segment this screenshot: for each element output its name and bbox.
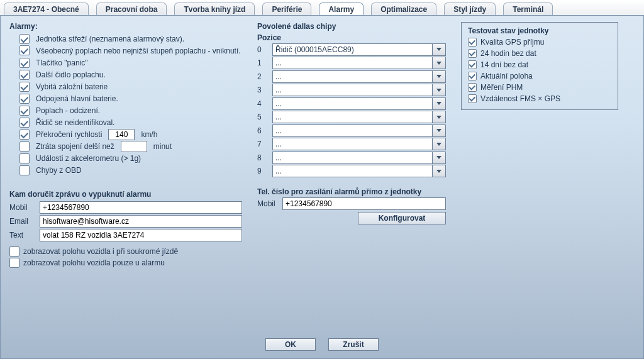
alarm-label: Všeobecný poplach nebo nejnižší stupeň p…: [36, 45, 242, 57]
tab-general[interactable]: 3AE7274 - Obecné: [4, 3, 89, 15]
test-chk[interactable]: [468, 94, 477, 103]
delivery-title: Kam doručit zprávu o vypuknutí alarmu: [9, 190, 242, 199]
chevron-down-icon[interactable]: [432, 57, 445, 69]
alarm-chk-general[interactable]: [19, 45, 30, 55]
alarm-chk-sensor[interactable]: [19, 70, 30, 80]
opt-alarm-chk[interactable]: [9, 258, 19, 268]
alarms-column: Alarmy: Jednotka střeží (neznamená alarm…: [9, 22, 242, 269]
alarm-chk-speed[interactable]: [19, 130, 30, 140]
dallas-row: 5...: [257, 111, 446, 123]
alarm-label: Poplach - odcizení.: [36, 105, 242, 116]
dallas-value: ...: [275, 113, 282, 121]
chevron-down-icon[interactable]: [432, 152, 445, 163]
dallas-select[interactable]: ...: [272, 111, 446, 123]
dallas-row: 6...: [257, 124, 446, 137]
alarm-chk-theft[interactable]: [19, 106, 30, 116]
chevron-down-icon[interactable]: [432, 125, 445, 136]
delivery-text-input[interactable]: [40, 229, 242, 241]
delivery-mobil-label: Mobil: [9, 203, 35, 212]
tab-optimization[interactable]: Optimalizace: [371, 3, 436, 15]
chevron-down-icon[interactable]: [432, 84, 445, 96]
alarm-chk-battery-low[interactable]: [19, 82, 30, 92]
alarm-conn-suffix: minut: [153, 141, 172, 152]
test-label: Vzdálenost FMS × GPS: [480, 93, 560, 104]
tab-work-hours[interactable]: Pracovní doba: [96, 3, 167, 15]
alarm-chk-battery-disc[interactable]: [19, 94, 30, 104]
chevron-down-icon[interactable]: [432, 71, 445, 82]
dallas-select[interactable]: Řidič (000015AECC89): [272, 43, 446, 56]
alarm-label: Řidič se neidentifikoval.: [36, 117, 242, 128]
dallas-value: ...: [275, 72, 282, 81]
cancel-button[interactable]: Zrušit: [328, 338, 379, 351]
test-title: Testovat stav jednotky: [468, 26, 611, 35]
test-label: 24 hodin bez dat: [480, 48, 536, 59]
tab-terminal[interactable]: Terminál: [503, 3, 553, 15]
test-row: Kvalita GPS příjmu: [468, 36, 611, 48]
delivery-email-input[interactable]: [40, 215, 242, 228]
test-chk[interactable]: [468, 72, 477, 80]
test-column: Testovat stav jednotky Kvalita GPS příjm…: [461, 22, 618, 110]
dallas-value: ...: [275, 153, 282, 162]
dallas-select[interactable]: ...: [272, 152, 446, 164]
dallas-column: Povolené dallas chipy Pozice 0Řidič (000…: [257, 22, 446, 224]
dallas-title: Povolené dallas chipy: [257, 22, 446, 31]
test-row: Aktuální poloha: [468, 70, 611, 82]
alarm-label: Jednotka střeží (neznamená alarmový stav…: [36, 33, 242, 45]
dallas-index: 6: [257, 126, 269, 135]
delivery-mobil-input[interactable]: [40, 201, 242, 214]
chevron-down-icon[interactable]: [432, 44, 445, 55]
ok-button[interactable]: OK: [265, 338, 316, 351]
dallas-select[interactable]: ...: [272, 57, 446, 69]
alarm-chk-noid[interactable]: [19, 118, 30, 128]
dallas-select[interactable]: ...: [272, 138, 446, 150]
dallas-select[interactable]: ...: [272, 124, 446, 137]
tab-trip-book[interactable]: Tvorba knihy jízd: [174, 3, 255, 15]
alarm-chk-panic[interactable]: [19, 58, 30, 68]
alarm-chk-accel[interactable]: [19, 153, 30, 163]
alarm-label: Tlačítko "panic": [36, 57, 242, 69]
test-chk[interactable]: [468, 83, 477, 92]
tel-title: Tel. číslo pro zasílání alarmů přímo z j…: [257, 187, 446, 196]
chevron-down-icon[interactable]: [432, 111, 445, 123]
dallas-index: 1: [257, 58, 269, 67]
dallas-select[interactable]: ...: [272, 70, 446, 83]
chevron-down-icon[interactable]: [432, 138, 445, 150]
test-chk[interactable]: [468, 60, 477, 69]
dallas-index: 8: [257, 153, 269, 162]
dallas-index: 0: [257, 45, 269, 54]
tel-input[interactable]: [282, 197, 446, 210]
alarm-chk-guard[interactable]: [19, 34, 30, 44]
alarm-speed-input[interactable]: [108, 129, 135, 140]
chevron-down-icon[interactable]: [432, 98, 445, 109]
test-chk[interactable]: [468, 49, 477, 58]
test-label: 14 dní bez dat: [480, 59, 528, 70]
dallas-row: 7...: [257, 138, 446, 150]
alarm-chk-obd[interactable]: [19, 165, 30, 175]
dallas-index: 4: [257, 99, 269, 108]
test-chk[interactable]: [468, 38, 477, 47]
opt-private-chk[interactable]: [9, 246, 19, 257]
alarm-conn-input[interactable]: [121, 141, 147, 152]
dallas-select[interactable]: ...: [272, 165, 446, 177]
dallas-select[interactable]: ...: [272, 84, 446, 96]
test-row: 14 dní bez dat: [468, 59, 611, 70]
dallas-select[interactable]: ...: [272, 97, 446, 110]
tab-peripheral[interactable]: Periférie: [262, 3, 311, 15]
tab-alarms[interactable]: Alarmy: [319, 3, 364, 15]
dallas-row: 4...: [257, 97, 446, 110]
dallas-value: ...: [275, 58, 282, 67]
dallas-pos-header: Pozice: [257, 33, 446, 42]
tab-drive-style[interactable]: Styl jízdy: [444, 3, 496, 15]
alarms-title: Alarmy:: [9, 22, 242, 31]
alarm-chk-conn[interactable]: [19, 141, 30, 152]
tab-content: Alarmy: Jednotka střeží (neznamená alarm…: [0, 16, 644, 359]
chevron-down-icon[interactable]: [432, 165, 445, 177]
dallas-row: 3...: [257, 84, 446, 96]
configure-button[interactable]: Konfigurovat: [358, 212, 446, 224]
dallas-value: Řidič (000015AECC89): [275, 45, 354, 54]
test-box: Testovat stav jednotky Kvalita GPS příjm…: [461, 22, 618, 110]
test-label: Kvalita GPS příjmu: [480, 36, 544, 48]
dallas-value: ...: [275, 99, 282, 108]
test-label: Měření PHM: [480, 82, 523, 93]
alarm-speed-prefix: Překročení rychlosti: [36, 129, 102, 140]
